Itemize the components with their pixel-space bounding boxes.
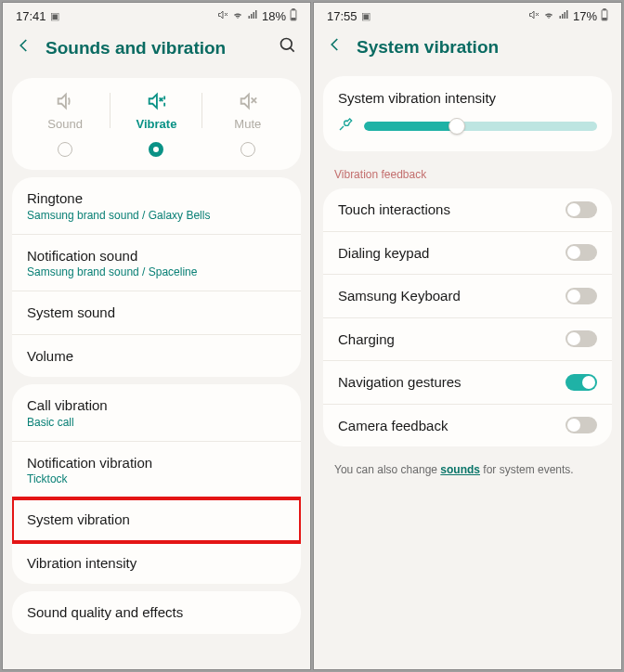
row-notification-vibration[interactable]: Notification vibration Ticktock bbox=[12, 442, 301, 499]
row-dialing-keypad[interactable]: Dialing keypad bbox=[323, 232, 612, 276]
wrench-icon bbox=[338, 117, 353, 135]
row-charging[interactable]: Charging bbox=[323, 318, 612, 362]
row-vibration-intensity[interactable]: Vibration intensity bbox=[12, 542, 301, 585]
mute-icon bbox=[217, 9, 228, 22]
svg-rect-22 bbox=[566, 10, 568, 19]
svg-line-10 bbox=[291, 48, 294, 52]
toggle-camera[interactable] bbox=[566, 417, 597, 433]
svg-rect-8 bbox=[292, 19, 295, 20]
svg-rect-3 bbox=[251, 14, 253, 19]
sounds-link[interactable]: sounds bbox=[440, 463, 480, 476]
header: Sounds and vibration bbox=[3, 25, 310, 74]
sound-settings-card: Ringtone Samsung brand sound / Galaxy Be… bbox=[12, 177, 301, 377]
vibration-settings-card: Call vibration Basic call Notification v… bbox=[12, 384, 301, 584]
battery-icon bbox=[601, 8, 608, 23]
header: System vibration bbox=[314, 25, 621, 72]
search-icon[interactable] bbox=[279, 36, 297, 59]
svg-rect-21 bbox=[564, 12, 566, 19]
page-title: System vibration bbox=[357, 37, 608, 58]
svg-rect-24 bbox=[604, 9, 605, 10]
feedback-card: Touch interactions Dialing keypad Samsun… bbox=[323, 188, 612, 446]
status-time: 17:55 bbox=[327, 9, 358, 23]
signal-icon bbox=[558, 9, 569, 22]
svg-point-9 bbox=[281, 39, 292, 50]
mode-sound[interactable]: Sound bbox=[20, 91, 110, 131]
status-battery-pct: 18% bbox=[262, 9, 286, 23]
row-navigation-gestures[interactable]: Navigation gestures bbox=[323, 361, 612, 405]
svg-rect-7 bbox=[292, 9, 294, 10]
row-samsung-keyboard[interactable]: Samsung Keyboard bbox=[323, 275, 612, 318]
mode-mute-label: Mute bbox=[234, 117, 261, 131]
mode-mute-radio[interactable] bbox=[240, 142, 255, 157]
row-volume[interactable]: Volume bbox=[12, 335, 301, 378]
svg-rect-25 bbox=[603, 19, 606, 20]
toggle-navigation[interactable] bbox=[566, 374, 597, 391]
svg-rect-2 bbox=[248, 16, 250, 19]
back-icon[interactable] bbox=[16, 37, 32, 58]
footer-note: You can also change sounds for system ev… bbox=[314, 450, 621, 489]
slider-thumb[interactable] bbox=[448, 118, 465, 135]
mode-vibrate-label: Vibrate bbox=[136, 117, 177, 131]
sound-mode-card: Sound Vibrate Mute bbox=[12, 78, 301, 170]
status-battery-pct: 17% bbox=[573, 9, 597, 23]
status-time: 17:41 bbox=[16, 9, 46, 23]
toggle-charging[interactable] bbox=[566, 330, 597, 347]
wifi-icon bbox=[232, 9, 243, 22]
row-camera-feedback[interactable]: Camera feedback bbox=[323, 405, 612, 447]
svg-rect-19 bbox=[559, 16, 561, 19]
battery-icon bbox=[290, 8, 297, 23]
image-icon: ▣ bbox=[50, 10, 59, 22]
wifi-icon bbox=[543, 9, 554, 22]
status-bar: 17:55 ▣ 17% bbox=[314, 3, 621, 25]
toggle-dialing[interactable] bbox=[566, 244, 597, 261]
mode-vibrate[interactable]: Vibrate bbox=[110, 91, 202, 131]
svg-rect-20 bbox=[562, 14, 564, 19]
svg-rect-4 bbox=[253, 12, 254, 19]
mode-sound-label: Sound bbox=[47, 117, 83, 131]
row-ringtone[interactable]: Ringtone Samsung brand sound / Galaxy Be… bbox=[12, 177, 301, 235]
status-bar: 17:41 ▣ 18% bbox=[3, 3, 310, 25]
page-title: Sounds and vibration bbox=[46, 38, 266, 58]
mute-mode-icon bbox=[238, 91, 258, 111]
intensity-label: System vibration intensity bbox=[323, 76, 612, 110]
intensity-slider[interactable] bbox=[364, 120, 597, 133]
intensity-card: System vibration intensity bbox=[323, 76, 612, 151]
right-screenshot: 17:55 ▣ 17% System vibration System vibr… bbox=[313, 2, 622, 670]
image-icon: ▣ bbox=[361, 10, 370, 22]
sound-quality-card: Sound quality and effects bbox=[12, 591, 301, 634]
signal-icon bbox=[247, 9, 258, 22]
back-icon[interactable] bbox=[327, 36, 344, 58]
toggle-touch[interactable] bbox=[566, 201, 597, 218]
row-system-sound[interactable]: System sound bbox=[12, 291, 301, 335]
row-sound-quality[interactable]: Sound quality and effects bbox=[12, 591, 301, 634]
toggle-keyboard[interactable] bbox=[566, 288, 597, 304]
vibration-feedback-header: Vibration feedback bbox=[314, 155, 621, 185]
sound-icon bbox=[55, 91, 75, 111]
row-touch-interactions[interactable]: Touch interactions bbox=[323, 188, 612, 232]
mute-icon bbox=[528, 9, 540, 22]
svg-rect-5 bbox=[255, 10, 257, 19]
row-call-vibration[interactable]: Call vibration Basic call bbox=[12, 384, 301, 442]
row-system-vibration[interactable]: System vibration bbox=[12, 498, 301, 542]
mode-vibrate-radio[interactable] bbox=[149, 142, 163, 157]
vibrate-icon bbox=[146, 91, 166, 111]
mode-mute[interactable]: Mute bbox=[202, 91, 293, 131]
left-screenshot: 17:41 ▣ 18% Sounds and vibration bbox=[2, 2, 311, 670]
row-notification-sound[interactable]: Notification sound Samsung brand sound /… bbox=[12, 235, 301, 292]
mode-sound-radio[interactable] bbox=[58, 142, 72, 157]
